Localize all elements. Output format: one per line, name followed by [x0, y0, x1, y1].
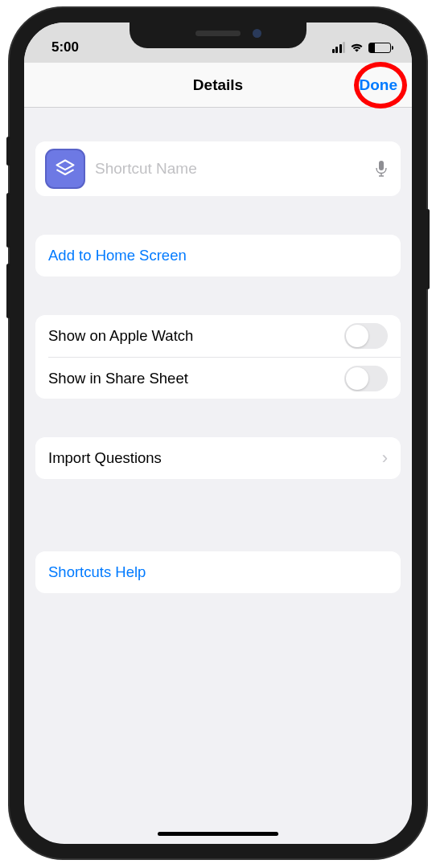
show-in-share-sheet-switch[interactable]: [344, 366, 388, 391]
microphone-icon: [375, 160, 388, 178]
shortcut-icon-button[interactable]: [45, 149, 85, 189]
svg-rect-0: [379, 161, 384, 170]
shortcuts-help-label: Shortcuts Help: [48, 563, 146, 581]
show-on-apple-watch-label: Show on Apple Watch: [48, 327, 193, 345]
shortcut-name-row: [35, 141, 401, 196]
home-screen-group: Add to Home Screen: [35, 235, 401, 276]
add-to-home-screen-label: Add to Home Screen: [48, 247, 187, 264]
phone-screen: 5:00 Details Done: [24, 23, 412, 844]
volume-down-button: [6, 264, 10, 318]
help-group: Shortcuts Help: [35, 551, 401, 593]
show-on-apple-watch-row: Show on Apple Watch: [35, 315, 401, 357]
show-on-apple-watch-switch[interactable]: [344, 323, 388, 349]
show-in-share-sheet-row: Show in Share Sheet: [48, 357, 401, 399]
done-button[interactable]: Done: [360, 76, 398, 94]
layers-icon: [54, 158, 76, 180]
import-questions-label: Import Questions: [48, 449, 162, 467]
wifi-icon: [350, 43, 364, 53]
volume-up-button: [6, 193, 10, 248]
power-button: [426, 209, 430, 289]
cellular-signal-icon: [332, 42, 346, 53]
shortcut-name-group: [35, 141, 401, 196]
home-indicator[interactable]: [158, 832, 278, 836]
status-icons: [332, 42, 392, 53]
import-questions-group: Import Questions ›: [35, 437, 401, 479]
content-area: Add to Home Screen Show on Apple Watch S…: [24, 141, 412, 593]
mute-switch: [6, 137, 10, 166]
chevron-right-icon: ›: [382, 448, 388, 469]
phone-frame: 5:00 Details Done: [10, 8, 426, 858]
show-in-share-sheet-label: Show in Share Sheet: [48, 370, 188, 387]
dictation-button[interactable]: [372, 159, 391, 178]
shortcut-name-input[interactable]: [95, 160, 372, 178]
nav-title: Details: [193, 76, 243, 94]
shortcuts-help-row[interactable]: Shortcuts Help: [35, 551, 401, 593]
add-to-home-screen-row[interactable]: Add to Home Screen: [35, 235, 401, 276]
import-questions-row[interactable]: Import Questions ›: [35, 437, 401, 479]
toggles-group: Show on Apple Watch Show in Share Sheet: [35, 315, 401, 399]
status-time: 5:00: [51, 39, 79, 55]
notch: [130, 23, 306, 48]
battery-icon: [368, 43, 391, 53]
nav-header: Details Done: [24, 63, 412, 108]
